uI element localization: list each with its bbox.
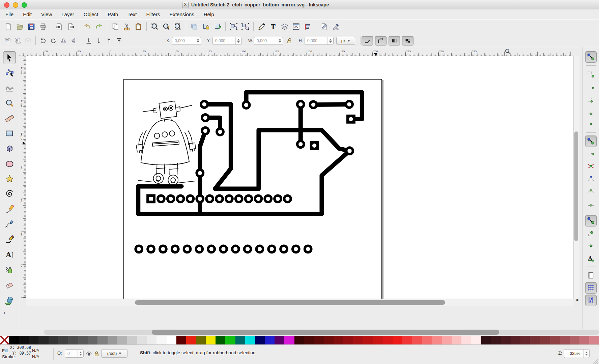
snap-cusp-nodes-button[interactable] [585, 173, 597, 184]
lock-ratio-icon[interactable] [286, 37, 292, 44]
w-input[interactable]: 0,000 [254, 37, 283, 45]
ellipse-tool-button[interactable] [3, 157, 16, 170]
document-properties-button[interactable] [319, 21, 330, 32]
palette-swatch[interactable] [560, 336, 570, 344]
palette-swatch[interactable] [432, 336, 442, 344]
fill-value[interactable]: N/A [32, 348, 39, 354]
palette-swatch[interactable] [383, 336, 393, 344]
vertical-scrollbar[interactable] [573, 56, 579, 299]
palette-swatch[interactable] [58, 336, 68, 344]
star-tool-button[interactable] [3, 173, 16, 185]
ungroup-button[interactable] [240, 21, 251, 32]
snap-enable-button[interactable] [585, 51, 597, 63]
layers-dialog-button[interactable] [279, 21, 290, 32]
palette-swatch[interactable] [491, 336, 501, 344]
canvas-viewport[interactable] [26, 56, 573, 299]
snap-object-centers-button[interactable] [585, 228, 597, 239]
bezier-tool-button[interactable] [3, 218, 16, 231]
snap-smooth-nodes-button[interactable] [585, 185, 597, 197]
menu-path[interactable]: Path [103, 9, 123, 19]
snap-bbox-corners-button[interactable] [585, 93, 597, 105]
palette-swatch[interactable] [38, 336, 48, 344]
open-document-button[interactable] [15, 21, 25, 32]
preferences-button[interactable] [330, 21, 341, 32]
snap-line-midpoints-button[interactable] [585, 198, 597, 209]
scale-corners-toggle[interactable] [375, 36, 387, 46]
h-input[interactable]: 0,000 [305, 37, 334, 45]
move-gradients-toggle[interactable] [389, 36, 400, 46]
copy-button[interactable] [110, 21, 121, 32]
group-button[interactable] [228, 21, 239, 32]
lower-button[interactable] [94, 36, 104, 46]
new-document-button[interactable] [3, 21, 14, 32]
palette-swatch[interactable] [19, 336, 29, 344]
align-distribute-button[interactable] [302, 21, 313, 32]
menu-object[interactable]: Object [79, 9, 103, 19]
palette-swatch[interactable] [9, 336, 19, 344]
calligraphy-tool-button[interactable] [3, 233, 16, 246]
unlink-clone-button[interactable] [212, 21, 223, 32]
unit-dropdown[interactable]: px [336, 37, 355, 45]
text-dialog-button[interactable]: T [268, 21, 279, 32]
raise-to-top-button[interactable] [114, 36, 124, 46]
eraser-tool-button[interactable] [3, 279, 16, 292]
palette-swatch[interactable] [393, 336, 402, 344]
move-patterns-toggle[interactable] [402, 36, 413, 46]
snap-guides-button[interactable] [585, 295, 597, 306]
palette-swatch[interactable] [511, 336, 520, 344]
x-spin-arrows[interactable] [195, 37, 201, 44]
palette-swatch[interactable] [304, 336, 314, 344]
save-document-button[interactable] [26, 21, 37, 32]
zoom-spin-arrows[interactable] [583, 350, 589, 358]
palette-swatch[interactable] [245, 336, 255, 344]
xml-editor-button[interactable]: <> [291, 21, 302, 32]
horizontal-scrollbar[interactable] [26, 299, 573, 306]
snap-bbox-button[interactable] [585, 68, 597, 80]
select-all-layers-button[interactable] [13, 36, 23, 46]
stroke-value[interactable]: N/A [32, 354, 39, 360]
rotate-cw-button[interactable] [49, 36, 58, 46]
palette-swatch[interactable] [373, 336, 383, 344]
palette-swatch[interactable] [29, 336, 38, 344]
palette-swatch[interactable] [481, 336, 491, 344]
palette-swatch[interactable] [402, 336, 412, 344]
snap-grid-button[interactable] [585, 282, 597, 294]
zoom-input[interactable]: 325% [564, 349, 590, 358]
palette-swatch[interactable] [540, 336, 550, 344]
menu-extensions[interactable]: Extensions [165, 9, 199, 19]
menu-edit[interactable]: Edit [18, 9, 36, 19]
palette-swatch[interactable] [284, 336, 294, 344]
menu-filters[interactable]: Filters [142, 9, 165, 19]
select-all-button[interactable] [3, 36, 12, 46]
horizontal-ruler[interactable]: -50-250255075100125150175200225250275 [19, 50, 573, 56]
menu-help[interactable]: Help [199, 9, 219, 19]
palette-scrollbar[interactable] [0, 329, 599, 336]
palette-swatch[interactable] [68, 336, 78, 344]
palette-swatch[interactable] [520, 336, 530, 344]
menu-file[interactable]: File [1, 9, 18, 19]
snap-paths-button[interactable] [585, 148, 597, 159]
palette-swatch[interactable] [353, 336, 363, 344]
snap-page-border-button[interactable] [585, 270, 597, 281]
menu-text[interactable]: Text [123, 9, 142, 19]
palette-swatch[interactable] [147, 336, 156, 344]
x-input[interactable]: 0,000 [172, 37, 201, 45]
measure-tool-button[interactable] [3, 112, 16, 125]
palette-swatch[interactable] [452, 336, 461, 344]
palette-swatch[interactable] [206, 336, 216, 344]
box3d-tool-button[interactable] [3, 142, 16, 155]
snap-bbox-centers-button[interactable] [585, 118, 597, 130]
palette-swatch[interactable] [97, 336, 107, 344]
y-spin-arrows[interactable] [235, 37, 241, 44]
palette-swatch[interactable] [216, 336, 225, 344]
w-spin-arrows[interactable] [277, 37, 283, 44]
paint-bucket-tool-button[interactable] [3, 294, 16, 307]
pencil-tool-button[interactable] [3, 203, 16, 216]
vertical-ruler[interactable]: 1 5 01 2 51 0 07 55 02 50 [19, 56, 26, 299]
palette-swatch[interactable] [324, 336, 334, 344]
duplicate-button[interactable] [189, 21, 200, 32]
palette-swatch[interactable] [412, 336, 422, 344]
snap-bbox-edges-button[interactable] [585, 81, 597, 92]
layer-dropdown[interactable]: (root) [101, 349, 127, 358]
spiral-tool-button[interactable] [3, 188, 16, 201]
